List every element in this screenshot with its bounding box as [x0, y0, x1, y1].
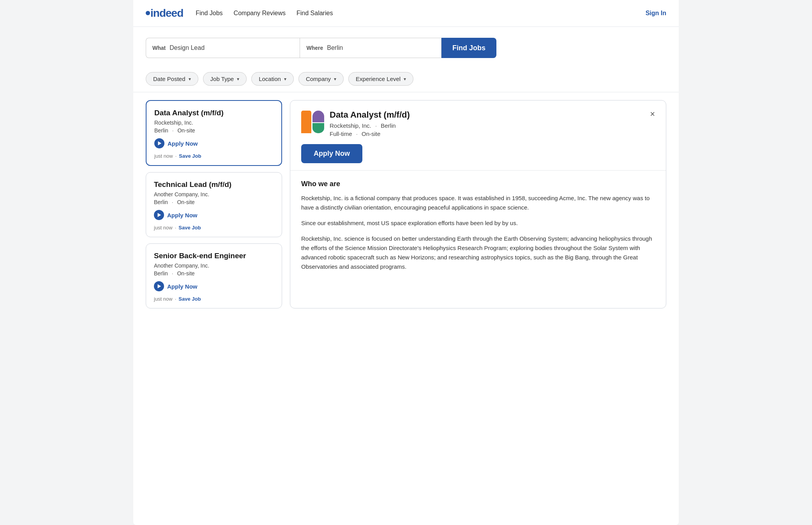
- job-location-1: Berlin · On-site: [154, 127, 274, 134]
- svg-marker-0: [158, 141, 162, 146]
- find-jobs-button[interactable]: Find Jobs: [441, 38, 496, 58]
- job-detail-company: Rocketship, Inc. · Berlin: [330, 122, 410, 129]
- job-meta-2: just now · Save Job: [154, 225, 274, 231]
- save-job-1[interactable]: Save Job: [179, 153, 201, 159]
- apply-now-button-1[interactable]: Apply Now: [154, 138, 274, 148]
- close-detail-button[interactable]: ×: [650, 110, 655, 118]
- job-card-1[interactable]: Data Analyst (m/f/d) Rocketship, Inc. Be…: [146, 100, 282, 166]
- chevron-down-icon: ▾: [404, 76, 406, 82]
- chevron-down-icon: ▾: [334, 76, 336, 82]
- company-logo: [301, 111, 324, 133]
- logo[interactable]: indeed: [146, 7, 183, 19]
- chevron-down-icon: ▾: [189, 76, 191, 82]
- job-detail-title: Data Analyst (m/f/d): [330, 110, 410, 120]
- apply-now-button-2[interactable]: Apply Now: [154, 210, 274, 220]
- job-detail-body: Who we are Rocketship, Inc. is a fiction…: [290, 171, 666, 287]
- nav-find-salaries[interactable]: Find Salaries: [297, 10, 333, 17]
- who-we-are-p2: Since our establishment, most US space e…: [301, 218, 655, 228]
- apply-now-button-3[interactable]: Apply Now: [154, 281, 274, 291]
- nav-company-reviews[interactable]: Company Reviews: [234, 10, 286, 17]
- apply-icon-3: [154, 281, 164, 291]
- filter-date-posted[interactable]: Date Posted ▾: [146, 72, 198, 86]
- what-input[interactable]: [169, 44, 293, 51]
- job-detail-type: Full-time · On-site: [330, 130, 410, 137]
- who-we-are-p3: Rocketship, Inc. science is focused on b…: [301, 234, 655, 271]
- apply-icon-2: [154, 210, 164, 220]
- sign-in-link[interactable]: Sign In: [646, 10, 666, 17]
- search-bar: What Where Find Jobs: [146, 38, 496, 58]
- filter-company[interactable]: Company ▾: [298, 72, 344, 86]
- filter-experience-level[interactable]: Experience Level ▾: [348, 72, 413, 86]
- job-detail-panel: Data Analyst (m/f/d) Rocketship, Inc. · …: [290, 100, 666, 308]
- where-input[interactable]: [327, 44, 435, 51]
- header: indeed Find Jobs Company Reviews Find Sa…: [133, 0, 679, 27]
- filters-bar: Date Posted ▾ Job Type ▾ Location ▾ Comp…: [133, 66, 679, 92]
- what-label: What: [152, 45, 166, 51]
- filter-job-type[interactable]: Job Type ▾: [203, 72, 247, 86]
- job-card-2[interactable]: Technical Lead (m/f/d) Another Company, …: [146, 172, 282, 237]
- job-title-2: Technical Lead (m/f/d): [154, 180, 274, 189]
- what-field: What: [146, 38, 300, 58]
- svg-marker-1: [158, 213, 161, 217]
- filter-location[interactable]: Location ▾: [251, 72, 294, 86]
- job-list: Data Analyst (m/f/d) Rocketship, Inc. Be…: [146, 100, 290, 308]
- who-we-are-p1: Rocketship, Inc. is a fictional company …: [301, 194, 655, 212]
- job-detail-header: Data Analyst (m/f/d) Rocketship, Inc. · …: [290, 100, 666, 171]
- chevron-down-icon: ▾: [237, 76, 239, 82]
- job-company-3: Another Company, Inc.: [154, 262, 274, 269]
- apply-icon-1: [154, 138, 164, 148]
- who-we-are-title: Who we are: [301, 180, 655, 188]
- main-content: Data Analyst (m/f/d) Rocketship, Inc. Be…: [133, 92, 679, 316]
- job-meta-1: just now · Save Job: [154, 153, 274, 159]
- apply-now-detail-button[interactable]: Apply Now: [301, 144, 362, 163]
- job-company-1: Rocketship, Inc.: [154, 120, 274, 126]
- job-company-2: Another Company, Inc.: [154, 191, 274, 197]
- nav-find-jobs[interactable]: Find Jobs: [196, 10, 222, 17]
- save-job-3[interactable]: Save Job: [178, 296, 201, 302]
- job-card-3[interactable]: Senior Back-end Engineer Another Company…: [146, 243, 282, 308]
- search-section: What Where Find Jobs: [133, 27, 679, 66]
- job-title-1: Data Analyst (m/f/d): [154, 109, 274, 117]
- job-title-3: Senior Back-end Engineer: [154, 252, 274, 260]
- job-location-3: Berlin · On-site: [154, 270, 274, 277]
- logo-text: indeed: [146, 7, 183, 19]
- where-field: Where: [300, 38, 441, 58]
- where-label: Where: [306, 45, 323, 51]
- save-job-2[interactable]: Save Job: [178, 225, 201, 231]
- chevron-down-icon: ▾: [284, 76, 286, 82]
- job-detail-info: Data Analyst (m/f/d) Rocketship, Inc. · …: [330, 110, 410, 137]
- job-location-2: Berlin · On-site: [154, 199, 274, 205]
- svg-marker-2: [158, 284, 161, 289]
- nav: Find Jobs Company Reviews Find Salaries: [196, 10, 645, 17]
- job-meta-3: just now · Save Job: [154, 296, 274, 302]
- job-detail-top: Data Analyst (m/f/d) Rocketship, Inc. · …: [301, 110, 655, 137]
